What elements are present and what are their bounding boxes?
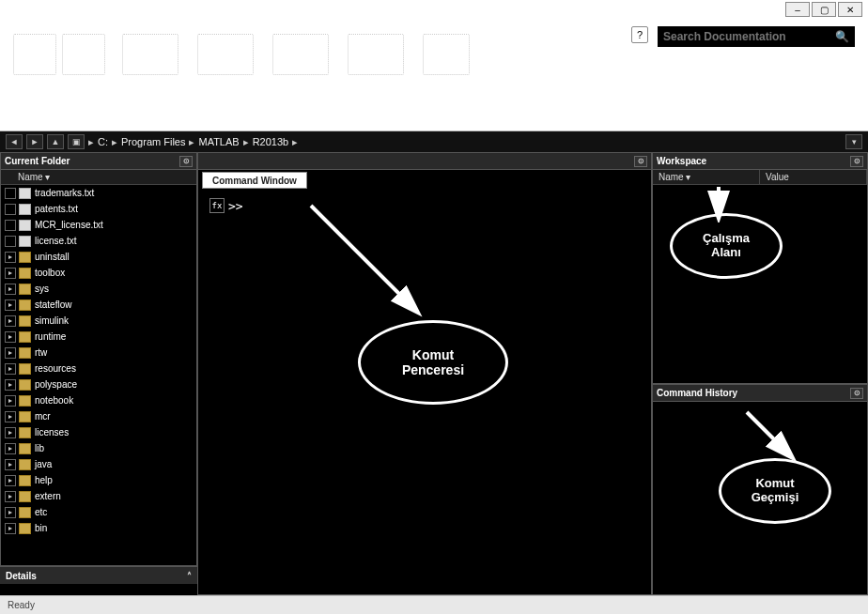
toolstrip-button[interactable] (122, 34, 178, 75)
search-documentation[interactable]: 🔍 (658, 26, 855, 47)
panel-menu-icon[interactable]: ⊙ (634, 156, 647, 167)
toolstrip-button[interactable] (197, 34, 254, 75)
toolstrip-button[interactable] (13, 34, 56, 75)
search-input[interactable] (663, 30, 835, 43)
expand-icon[interactable]: ▸ (5, 491, 16, 502)
workspace-header[interactable]: Workspace ⊙ (653, 153, 867, 170)
expand-icon[interactable]: ▸ (5, 395, 16, 407)
address-segment[interactable]: R2013b (253, 136, 289, 147)
folder-icon (19, 299, 31, 311)
status-bar: Ready (0, 595, 868, 614)
toolstrip-button[interactable] (348, 34, 404, 75)
address-path[interactable]: C: ▸ Program Files ▸ MATLAB ▸ R2013b ▸ (98, 136, 298, 148)
toolstrip-button[interactable] (272, 34, 329, 75)
expand-icon[interactable]: ▸ (5, 427, 16, 438)
folder-icon (19, 284, 31, 295)
search-icon[interactable]: 🔍 (835, 30, 849, 43)
close-button[interactable]: ✕ (838, 2, 862, 17)
list-item[interactable]: ▸rtw (1, 345, 196, 361)
current-folder-column-header[interactable]: Name ▾ (1, 170, 196, 185)
expand-icon[interactable]: ▸ (5, 284, 16, 295)
details-header[interactable]: Details ˄ (0, 567, 197, 584)
current-folder-list[interactable]: trademarks.txtpatents.txtMCR_license.txt… (1, 185, 196, 565)
list-item[interactable]: ▸simulink (1, 313, 196, 329)
command-window-title: Command Window (212, 176, 297, 186)
prompt-text: >> (228, 199, 243, 213)
list-item[interactable]: ▸bin (1, 520, 196, 536)
list-item[interactable]: ▸uninstall (1, 249, 196, 265)
workspace-col-name[interactable]: Name ▾ (653, 170, 760, 184)
list-item[interactable]: ▸etc (1, 504, 196, 520)
toolstrip-button[interactable] (423, 34, 470, 75)
list-item[interactable]: ▸stateflow (1, 297, 196, 313)
minimize-button[interactable]: – (785, 2, 810, 17)
maximize-button[interactable]: ▢ (812, 2, 836, 17)
panel-menu-icon[interactable]: ⊙ (850, 388, 863, 399)
list-item[interactable]: trademarks.txt (1, 185, 196, 201)
workspace-area: Current Folder ⊙ Name ▾ trademarks.txtpa… (0, 152, 868, 595)
toolstrip-button[interactable] (62, 34, 105, 75)
up-button[interactable]: ▲ (47, 134, 64, 149)
list-item[interactable]: ▸java (1, 456, 196, 472)
expand-icon[interactable]: ▸ (5, 459, 16, 470)
command-history-title: Command History (657, 388, 737, 398)
expand-icon[interactable]: ▸ (5, 363, 16, 375)
list-item[interactable]: patents.txt (1, 201, 196, 217)
workspace-body[interactable]: Çalışma Alanı (653, 185, 867, 383)
folder-icon (19, 331, 31, 343)
list-item[interactable]: ▸licenses (1, 424, 196, 440)
address-segment[interactable]: MATLAB (198, 136, 239, 147)
address-segment[interactable]: Program Files (121, 136, 185, 147)
expand-icon[interactable]: ▸ (5, 347, 16, 359)
fx-icon[interactable]: fx (209, 198, 225, 213)
expand-icon[interactable]: ▸ (5, 299, 16, 311)
expand-icon[interactable]: ▸ (5, 315, 16, 327)
folder-icon (19, 395, 31, 407)
help-button[interactable]: ? (631, 26, 648, 43)
list-item[interactable]: ▸sys (1, 281, 196, 297)
list-item[interactable]: ▸mcr (1, 408, 196, 424)
command-window-body[interactable]: Command Window fx >> Komut Penceresi (198, 170, 651, 594)
address-bar: ◄ ► ▲ ▣ ▸ C: ▸ Program Files ▸ MATLAB ▸ … (0, 131, 868, 152)
expand-icon[interactable]: ▸ (5, 507, 16, 518)
command-history-body[interactable]: Komut Geçmişi (653, 402, 867, 594)
list-item[interactable]: ▸toolbox (1, 265, 196, 281)
workspace-col-value[interactable]: Value (760, 170, 867, 184)
list-item[interactable]: ▸lib (1, 440, 196, 456)
expand-icon[interactable]: ▸ (5, 331, 16, 343)
list-item[interactable]: ▸help (1, 472, 196, 488)
command-window-tab[interactable]: Command Window (202, 172, 307, 189)
address-segment[interactable]: C: (98, 136, 108, 147)
expand-icon[interactable]: ▸ (5, 411, 16, 422)
expand-icon[interactable]: ▸ (5, 268, 16, 279)
expand-icon[interactable]: ▸ (5, 523, 16, 534)
blank-icon (5, 236, 16, 247)
address-dropdown[interactable]: ▾ (845, 134, 862, 149)
expand-icon[interactable]: ▸ (5, 379, 16, 391)
current-folder-header[interactable]: Current Folder ⊙ (1, 153, 196, 170)
browse-button[interactable]: ▣ (68, 134, 85, 149)
expand-icon[interactable]: ▸ (5, 443, 16, 454)
expand-icon[interactable]: ▸ (5, 475, 16, 486)
list-item[interactable]: ▸notebook (1, 392, 196, 408)
list-item[interactable]: ▸polyspace (1, 376, 196, 392)
current-folder-title: Current Folder (5, 156, 70, 166)
list-item[interactable]: ▸runtime (1, 329, 196, 345)
list-item[interactable]: MCR_license.txt (1, 217, 196, 233)
file-label: trademarks.txt (35, 188, 94, 198)
list-item[interactable]: ▸resources (1, 361, 196, 376)
list-item[interactable]: license.txt (1, 233, 196, 249)
command-prompt[interactable]: fx >> (209, 198, 243, 213)
panel-menu-icon[interactable]: ⊙ (850, 156, 863, 167)
command-window-header[interactable]: ⊙ (198, 153, 651, 170)
folder-icon (19, 379, 31, 391)
folder-icon (19, 411, 31, 422)
list-item[interactable]: ▸extern (1, 488, 196, 504)
forward-button[interactable]: ► (26, 134, 43, 149)
file-label: license.txt (35, 236, 76, 246)
workspace-columns[interactable]: Name ▾ Value (653, 170, 867, 185)
back-button[interactable]: ◄ (6, 134, 23, 149)
command-history-header[interactable]: Command History ⊙ (653, 385, 867, 402)
expand-icon[interactable]: ▸ (5, 252, 16, 263)
panel-menu-icon[interactable]: ⊙ (179, 156, 193, 167)
